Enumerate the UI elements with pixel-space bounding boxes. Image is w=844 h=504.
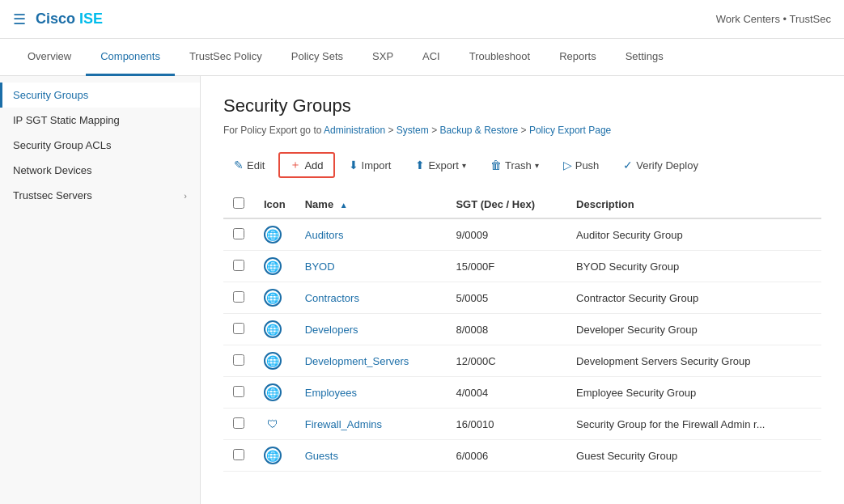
add-button[interactable]: ＋ Add: [278, 152, 334, 178]
col-header-sgt: SGT (Dec / Hex): [446, 191, 566, 218]
tab-sxp[interactable]: SXP: [358, 39, 408, 76]
work-centers-label: Work Centers • TrustSec: [716, 13, 831, 25]
edit-label: Edit: [247, 159, 265, 172]
edit-button[interactable]: ✎ Edit: [223, 154, 275, 176]
globe-icon: 🌐: [264, 352, 282, 370]
globe-icon: 🌐: [264, 257, 282, 275]
nav-tabs: Overview Components TrustSec Policy Poli…: [0, 39, 844, 76]
table-row: 🌐Contractors5/0005Contractor Security Gr…: [223, 282, 821, 314]
plus-icon: ＋: [290, 158, 301, 172]
row-name-link[interactable]: Development_Servers: [305, 355, 409, 367]
tab-policy-sets[interactable]: Policy Sets: [277, 39, 358, 76]
sidebar-group-label: Trustsec Servers: [13, 189, 92, 201]
verify-icon: ✓: [623, 159, 633, 172]
chevron-right-icon: ›: [184, 191, 187, 201]
row-description: Contractor Security Group: [566, 282, 821, 314]
row-name-link[interactable]: Contractors: [305, 292, 359, 304]
toolbar: ✎ Edit ＋ Add ⬇ Import ⬆ Export ▾ 🗑 Trash…: [223, 152, 821, 178]
push-icon: ▷: [563, 159, 572, 172]
row-description: Developer Security Group: [566, 314, 821, 345]
row-name-link[interactable]: BYOD: [305, 260, 335, 273]
row-name-link[interactable]: Firewall_Admins: [305, 418, 382, 430]
trash-button[interactable]: 🗑 Trash ▾: [480, 154, 549, 176]
row-name-link[interactable]: Employees: [305, 387, 357, 399]
row-checkbox[interactable]: [233, 323, 244, 334]
content-area: Security Groups For Policy Export go to …: [201, 76, 844, 504]
page-title: Security Groups: [223, 95, 821, 116]
trash-chevron-icon: ▾: [535, 161, 539, 170]
tab-troubleshoot[interactable]: Troubleshoot: [455, 39, 545, 76]
export-icon: ⬆: [415, 159, 425, 172]
row-description: BYOD Security Group: [566, 251, 821, 282]
verify-label: Verify Deploy: [636, 159, 698, 172]
row-sgt: 6/0006: [446, 440, 566, 472]
import-icon: ⬇: [349, 159, 358, 172]
globe-icon: 🌐: [264, 226, 282, 244]
row-name-link[interactable]: Guests: [305, 450, 338, 462]
hamburger-icon[interactable]: ☰: [13, 11, 26, 28]
sidebar-item-trustsec-servers[interactable]: Trustsec Servers ›: [0, 183, 200, 208]
breadcrumb-prefix: For Policy Export go to: [223, 125, 324, 136]
sidebar: Security Groups IP SGT Static Mapping Se…: [0, 76, 201, 504]
row-description: Employee Security Group: [566, 377, 821, 409]
col-header-name[interactable]: Name ▲: [295, 191, 447, 218]
sidebar-item-security-groups[interactable]: Security Groups: [0, 83, 200, 108]
sidebar-item-network-devices[interactable]: Network Devices: [0, 158, 200, 183]
sidebar-item-ip-sgt[interactable]: IP SGT Static Mapping: [0, 108, 200, 133]
breadcrumb-backup-link[interactable]: Backup & Restore: [439, 125, 518, 136]
table-row: 🌐Developers8/0008Developer Security Grou…: [223, 314, 821, 345]
table-row: 🛡Firewall_Admins16/0010Security Group fo…: [223, 409, 821, 440]
breadcrumb-admin-link[interactable]: Administration: [324, 125, 385, 136]
table-row: 🌐BYOD15/000FBYOD Security Group: [223, 251, 821, 282]
row-checkbox[interactable]: [233, 386, 244, 397]
main-layout: Security Groups IP SGT Static Mapping Se…: [0, 76, 844, 504]
row-checkbox[interactable]: [233, 417, 244, 429]
row-checkbox[interactable]: [233, 449, 244, 460]
row-sgt: 9/0009: [446, 218, 566, 251]
table-row: 🌐Employees4/0004Employee Security Group: [223, 377, 821, 409]
table-row: 🌐Development_Servers12/000CDevelopment S…: [223, 345, 821, 377]
row-sgt: 15/000F: [446, 251, 566, 282]
edit-icon: ✎: [234, 159, 244, 172]
row-name-link[interactable]: Developers: [305, 324, 358, 336]
globe-icon: 🌐: [264, 320, 282, 338]
push-button[interactable]: ▷ Push: [553, 154, 610, 176]
export-button[interactable]: ⬆ Export ▾: [405, 154, 477, 176]
table-row: 🌐Auditors9/0009Auditor Security Group: [223, 218, 821, 251]
row-checkbox[interactable]: [233, 291, 244, 303]
tab-aci[interactable]: ACI: [408, 39, 455, 76]
table-header-row: Icon Name ▲ SGT (Dec / Hex) Description: [223, 191, 821, 218]
row-description: Security Group for the Firewall Admin r.…: [566, 409, 821, 440]
trash-icon: 🗑: [490, 159, 502, 172]
row-checkbox[interactable]: [233, 260, 244, 271]
col-header-description: Description: [566, 191, 821, 218]
col-header-checkbox: [223, 191, 254, 218]
tab-overview[interactable]: Overview: [13, 39, 86, 76]
row-description: Guest Security Group: [566, 440, 821, 472]
breadcrumb-policy-link[interactable]: Policy Export Page: [529, 125, 611, 136]
row-sgt: 8/0008: [446, 314, 566, 345]
row-checkbox[interactable]: [233, 354, 244, 366]
tab-trustsec-policy[interactable]: TrustSec Policy: [175, 39, 277, 76]
row-description: Development Servers Security Group: [566, 345, 821, 377]
globe-icon: 🌐: [264, 383, 282, 401]
row-sgt: 16/0010: [446, 409, 566, 440]
row-checkbox[interactable]: [233, 228, 244, 239]
row-sgt: 5/0005: [446, 282, 566, 314]
breadcrumb-system-link[interactable]: System: [397, 125, 429, 136]
tab-components[interactable]: Components: [86, 39, 175, 76]
verify-deploy-button[interactable]: ✓ Verify Deploy: [613, 154, 709, 176]
row-description: Auditor Security Group: [566, 218, 821, 251]
col-header-icon: Icon: [254, 191, 295, 218]
row-name-link[interactable]: Auditors: [305, 229, 344, 241]
trash-label: Trash: [505, 159, 532, 172]
import-label: Import: [362, 159, 392, 172]
select-all-checkbox[interactable]: [233, 197, 244, 209]
tab-settings[interactable]: Settings: [611, 39, 678, 76]
sidebar-item-sg-acls[interactable]: Security Group ACLs: [0, 133, 200, 158]
top-bar: ☰ Cisco ISE Work Centers • TrustSec: [0, 0, 844, 39]
globe-icon: 🌐: [264, 289, 282, 307]
import-button[interactable]: ⬇ Import: [338, 154, 402, 176]
tab-reports[interactable]: Reports: [545, 39, 611, 76]
export-chevron-icon: ▾: [462, 161, 466, 170]
